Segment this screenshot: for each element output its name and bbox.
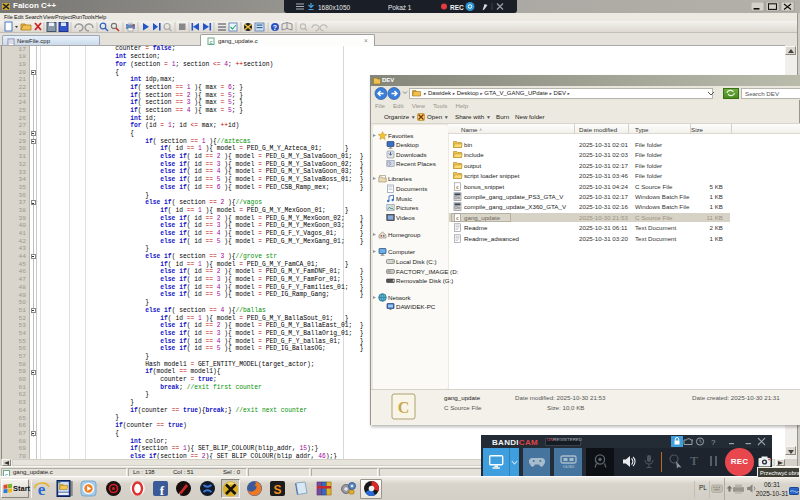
svg-text:?: ? [711,438,716,447]
svg-text:KAZAM: KAZAM [563,465,575,469]
svg-text:f: f [159,483,164,498]
svg-text:c: c [210,39,213,45]
svg-text:?: ? [273,24,277,31]
svg-text:REC: REC [450,4,464,11]
svg-text:C: C [398,399,410,416]
svg-text:Pokaż 1: Pokaż 1 [388,4,412,11]
svg-text:1680x1050: 1680x1050 [318,4,351,11]
svg-text:S: S [273,483,281,497]
